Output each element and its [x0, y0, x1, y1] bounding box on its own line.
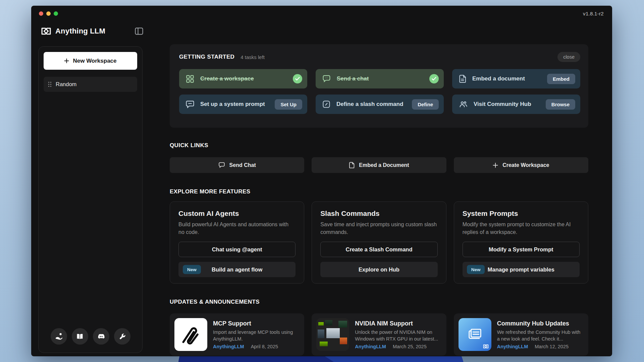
- update-description: Unlock the power of NVIDIA NIM on Window…: [355, 329, 441, 342]
- sidebar-toggle-icon[interactable]: [135, 27, 143, 35]
- app-version: v1.8.1-r2: [583, 11, 604, 16]
- task-embed-document[interactable]: Embed a document Embed: [452, 69, 580, 88]
- plus-icon: [64, 58, 69, 63]
- update-source-link[interactable]: AnythingLLM: [497, 344, 528, 349]
- task-setup-system-prompt[interactable]: Set up a system prompt Set Up: [179, 95, 307, 114]
- app-title: Anything LLM: [55, 27, 105, 36]
- quick-links-title: QUICK LINKS: [170, 142, 588, 149]
- plus-icon: [493, 163, 498, 168]
- new-workspace-button[interactable]: New Workspace: [44, 52, 137, 70]
- getting-started-title: GETTING STARTED: [179, 54, 234, 60]
- send-chat-button[interactable]: Send Chat: [170, 157, 304, 173]
- task-visit-community-hub[interactable]: Visit Community Hub Browse: [452, 95, 580, 114]
- check-icon: [429, 74, 439, 83]
- button-label: Embed a Document: [359, 162, 409, 168]
- embed-action-button[interactable]: Embed: [547, 74, 575, 84]
- grid-icon: [186, 75, 194, 83]
- feature-description: Modify the system prompt to customize th…: [463, 221, 580, 236]
- update-card-community-hub[interactable]: Community Hub Updates We refreshed the C…: [454, 313, 588, 356]
- check-icon: [293, 74, 302, 83]
- mcp-logo-thumbnail: [174, 318, 207, 351]
- drag-handle-icon[interactable]: [48, 82, 51, 87]
- manage-prompt-variables-button[interactable]: New Manage prompt variables: [463, 262, 580, 277]
- message-icon: [186, 100, 194, 108]
- document-icon: [459, 75, 466, 83]
- update-title: Community Hub Updates: [497, 320, 584, 327]
- build-agent-flow-button[interactable]: New Build an agent flow: [178, 262, 296, 277]
- getting-started-grid: Create a workspace Send a chat: [179, 69, 580, 114]
- chat-using-agent-button[interactable]: Chat using @agent: [178, 242, 296, 257]
- update-date: March 25, 2025: [393, 344, 427, 349]
- feature-title: Custom AI Agents: [178, 209, 296, 218]
- chat-dots-icon: [322, 75, 331, 83]
- chat-icon: [218, 162, 225, 168]
- support-hand-icon[interactable]: [51, 328, 67, 345]
- close-getting-started-button[interactable]: close: [557, 52, 580, 62]
- browse-action-button[interactable]: Browse: [546, 99, 575, 110]
- main-content: GETTING STARTED 4 tasks left close Creat…: [170, 21, 588, 356]
- task-send-chat[interactable]: Send a chat: [316, 69, 444, 88]
- update-date: April 8, 2025: [251, 344, 278, 349]
- update-title: NVIDIA NIM Support: [355, 320, 441, 327]
- button-label: Explore on Hub: [359, 266, 399, 273]
- embed-document-button[interactable]: Embed a Document: [312, 157, 446, 173]
- update-card-nvidia-nim[interactable]: NVIDIA NIM Support Unlock the power of N…: [312, 313, 446, 356]
- minimize-window-button[interactable]: [46, 11, 51, 16]
- update-source-link[interactable]: AnythingLLM: [355, 344, 386, 349]
- close-window-button[interactable]: [39, 11, 43, 16]
- task-define-slash-command[interactable]: Define a slash command Define: [316, 95, 444, 114]
- settings-wrench-icon[interactable]: [114, 328, 130, 345]
- newspaper-icon: [467, 328, 483, 341]
- update-description: Import and leverage MCP tools using Anyt…: [213, 329, 300, 342]
- explore-on-hub-button[interactable]: Explore on Hub: [320, 262, 437, 277]
- nvidia-nim-thumbnail: [316, 318, 349, 351]
- task-label: Send a chat: [337, 75, 369, 82]
- task-create-workspace[interactable]: Create a workspace: [179, 69, 307, 88]
- task-label: Create a workspace: [200, 75, 254, 82]
- tasks-left-count: 4 tasks left: [240, 54, 265, 60]
- discord-icon[interactable]: [93, 328, 109, 345]
- feature-description: Save time and inject prompts using custo…: [320, 221, 437, 236]
- maximize-window-button[interactable]: [54, 11, 58, 16]
- community-hub-thumbnail: [459, 318, 491, 351]
- update-source-link[interactable]: AnythingLLM: [213, 344, 244, 349]
- explore-features-title: EXPLORE MORE FEATURES: [170, 188, 588, 195]
- slash-icon: [322, 100, 330, 108]
- anythingllm-logo-icon: [41, 27, 51, 35]
- feature-title: Slash Commands: [320, 209, 437, 218]
- update-title: MCP Support: [213, 320, 300, 327]
- button-label: Create Workspace: [502, 162, 549, 168]
- new-badge: New: [183, 265, 201, 274]
- update-card-mcp[interactable]: MCP Support Import and leverage MCP tool…: [170, 313, 304, 356]
- update-description: We refreshed the Community Hub with a ne…: [497, 329, 584, 342]
- feature-card-custom-ai-agents: Custom AI Agents Build powerful AI Agent…: [170, 201, 304, 284]
- modify-system-prompt-button[interactable]: Modify a System Prompt: [463, 242, 580, 257]
- button-label: Build an agent flow: [212, 266, 262, 273]
- task-label: Define a slash command: [336, 101, 403, 108]
- task-label: Set up a system prompt: [200, 101, 265, 108]
- setup-action-button[interactable]: Set Up: [275, 99, 302, 110]
- create-slash-command-button[interactable]: Create a Slash Command: [320, 242, 437, 257]
- updates-title: UPDATES & ANNOUNCEMENTS: [170, 299, 588, 305]
- explore-features-row: Custom AI Agents Build powerful AI Agent…: [170, 201, 588, 284]
- feature-title: System Prompts: [463, 209, 580, 218]
- quick-links-row: Send Chat Embed a Document Crea: [170, 157, 588, 173]
- task-label: Embed a document: [472, 75, 525, 82]
- sidebar: New Workspace Random: [38, 46, 143, 353]
- button-label: Send Chat: [229, 162, 256, 168]
- workspace-item-random[interactable]: Random: [44, 77, 137, 92]
- docs-book-icon[interactable]: [72, 328, 88, 345]
- titlebar: v1.8.1-r2: [31, 6, 612, 21]
- getting-started-panel: GETTING STARTED 4 tasks left close Creat…: [170, 44, 588, 128]
- feature-card-slash-commands: Slash Commands Save time and inject prom…: [312, 201, 446, 284]
- anythingllm-mark-icon: [483, 344, 489, 349]
- new-badge: New: [467, 265, 485, 274]
- create-workspace-button[interactable]: Create Workspace: [454, 157, 588, 173]
- new-workspace-label: New Workspace: [73, 58, 116, 64]
- sidebar-footer: [44, 328, 137, 345]
- workspace-name: Random: [56, 81, 76, 87]
- feature-card-system-prompts: System Prompts Modify the system prompt …: [454, 201, 588, 284]
- define-action-button[interactable]: Define: [412, 99, 439, 110]
- window-controls: [39, 11, 58, 16]
- button-label: Manage prompt variables: [488, 266, 554, 273]
